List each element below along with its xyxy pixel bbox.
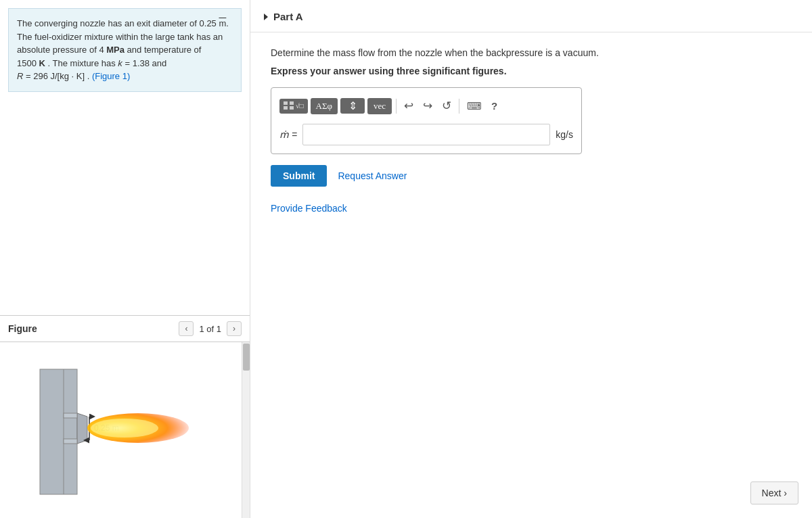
question-text: Determine the mass flow from the nozzle … xyxy=(271,46,792,60)
request-answer-link[interactable]: Request Answer xyxy=(338,170,407,181)
figure-nav-text: 1 of 1 xyxy=(199,324,221,334)
answer-input[interactable] xyxy=(302,124,550,145)
greek-button[interactable]: ΑΣφ xyxy=(311,98,338,114)
part-label: Part A xyxy=(273,11,303,22)
keyboard-button[interactable]: ⌨ xyxy=(464,97,485,115)
toolbar-divider-2 xyxy=(459,99,459,114)
collapse-icon[interactable] xyxy=(264,14,268,20)
svg-rect-4 xyxy=(64,439,77,444)
reset-button[interactable]: ↺ xyxy=(438,96,455,116)
answer-instruction: Express your answer using three signific… xyxy=(271,66,792,76)
help-button[interactable]: ? xyxy=(488,97,501,114)
figure-drawing: 0.25 m xyxy=(0,342,242,518)
redo-button[interactable]: ↪ xyxy=(420,96,436,116)
unit-label: kg/s xyxy=(556,129,573,140)
scrollbar-thumb xyxy=(243,344,250,371)
arrows-button[interactable]: ⇕ xyxy=(340,98,365,114)
toolbar-divider-1 xyxy=(396,99,397,114)
left-panel: The converging nozzle has an exit diamet… xyxy=(0,0,250,518)
svg-marker-2 xyxy=(77,413,87,444)
next-button[interactable]: Next › xyxy=(750,481,798,504)
nozzle-svg: 0.25 m xyxy=(26,356,216,504)
provide-feedback-link[interactable]: Provide Feedback xyxy=(271,203,347,214)
part-content: Determine the mass flow from the nozzle … xyxy=(250,32,812,227)
input-label: ṁ = xyxy=(279,129,297,140)
figure-header: Figure ‹ 1 of 1 › xyxy=(0,316,250,342)
input-row: ṁ = kg/s xyxy=(279,124,573,145)
figure-next-button[interactable]: › xyxy=(227,321,242,336)
figure-nav: ‹ 1 of 1 › xyxy=(179,321,242,336)
undo-button[interactable]: ↩ xyxy=(401,96,417,116)
next-label: Next xyxy=(762,488,782,498)
action-row: Submit Request Answer xyxy=(271,165,792,187)
svg-rect-3 xyxy=(64,413,77,418)
right-panel: Part A Determine the mass flow from the … xyxy=(250,0,812,518)
figure-section: Figure ‹ 1 of 1 › xyxy=(0,315,250,518)
svg-rect-0 xyxy=(40,369,77,494)
figure-link[interactable]: (Figure 1) xyxy=(92,71,130,81)
problem-statement: The converging nozzle has an exit diamet… xyxy=(8,8,242,92)
vec-button[interactable]: vec xyxy=(367,98,392,114)
matrix-button[interactable]: √□ xyxy=(279,99,308,114)
math-toolbar: √□ ΑΣφ ⇕ vec ↩ ↪ ↺ ⌨ ? xyxy=(279,96,573,116)
part-header: Part A xyxy=(250,0,812,32)
figure-prev-button[interactable]: ‹ xyxy=(179,321,194,336)
figure-label: Figure xyxy=(8,323,37,334)
figure-image: 0.25 m xyxy=(0,342,250,518)
submit-button[interactable]: Submit xyxy=(271,165,327,187)
answer-box: √□ ΑΣφ ⇕ vec ↩ ↪ ↺ ⌨ ? ṁ = kg/s xyxy=(271,87,582,154)
figure-scrollbar[interactable] xyxy=(242,342,250,518)
next-chevron-icon: › xyxy=(784,488,787,498)
problem-text-content: The converging nozzle has an exit diamet… xyxy=(17,18,229,81)
svg-point-8 xyxy=(91,419,158,438)
